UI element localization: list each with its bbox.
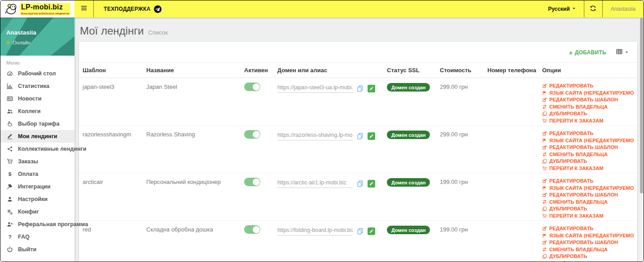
hand-icon bbox=[6, 121, 13, 127]
vertical-scrollbar[interactable] bbox=[640, 17, 644, 262]
scrollbar-thumb[interactable] bbox=[640, 17, 643, 193]
domain-input[interactable]: https://japan-steel3-ua.lp-mobi.biz bbox=[277, 84, 353, 93]
active-toggle[interactable] bbox=[244, 130, 260, 139]
option-link-language[interactable]: ЯЗЫК САЙТА (НЕРЕДАКТИРУЕМОЕ) bbox=[542, 233, 634, 239]
copy-icon[interactable] bbox=[357, 133, 364, 140]
duplicate-icon bbox=[542, 254, 547, 259]
copy-icon[interactable] bbox=[357, 85, 364, 92]
phone-cell bbox=[484, 78, 539, 126]
sidebar-item-label: Реферальная программа bbox=[18, 221, 88, 227]
option-label: ПЕРЕЙТИ К ЗАКАЗАМ bbox=[549, 166, 603, 171]
phone-cell bbox=[484, 126, 539, 173]
option-link-edit[interactable]: РЕДАКТИРОВАТЬ ШАБЛОН bbox=[542, 97, 634, 103]
sidebar-item-cart[interactable]: Заказы bbox=[0, 155, 74, 168]
option-link-cart[interactable]: ПЕРЕЙТИ К ЗАКАЗАМ bbox=[542, 261, 634, 262]
ssl-status-badge: Домен создан bbox=[387, 83, 430, 92]
option-link-cart[interactable]: ПЕРЕЙТИ К ЗАКАЗАМ bbox=[542, 118, 634, 124]
option-label: ДУБЛИРОВАТЬ bbox=[549, 159, 587, 164]
refresh-button[interactable] bbox=[584, 0, 602, 17]
sidebar-item-user[interactable]: Настройки bbox=[0, 193, 74, 205]
topbar-yellow-strip: ТЕХПОДДЕРЖКА Русский Anastasiia bbox=[74, 0, 644, 17]
domain-controls: https://folding-board.lp-mobi.biz bbox=[277, 227, 380, 236]
copy-icon[interactable] bbox=[357, 180, 364, 187]
options-list: РЕДАКТИРОВАТЬЯЗЫК САЙТА (НЕРЕДАКТИРУЕМОЕ… bbox=[542, 83, 634, 123]
option-link-edit[interactable]: РЕДАКТИРОВАТЬ ШАБЛОН bbox=[542, 192, 634, 198]
domain-input[interactable]: https://razorless-shaving.lp-mobi.biz bbox=[277, 132, 353, 140]
edit-domain-button[interactable] bbox=[368, 85, 375, 92]
sidebar-item-dollar[interactable]: $Оплата bbox=[0, 168, 74, 180]
active-cell bbox=[241, 221, 274, 262]
columns-dropdown-button[interactable] bbox=[616, 48, 629, 57]
hamburger-menu-button[interactable] bbox=[74, 0, 93, 17]
option-link-edit[interactable]: РЕДАКТИРОВАТЬ ШАБЛОН bbox=[542, 145, 634, 150]
option-link-cart[interactable]: ПЕРЕЙТИ К ЗАКАЗАМ bbox=[542, 214, 634, 219]
active-toggle[interactable] bbox=[244, 83, 260, 91]
sidebar-item-news[interactable]: Новости bbox=[0, 92, 74, 105]
edit-icon bbox=[542, 97, 547, 102]
sidebar-item-label: Коллеги bbox=[18, 108, 41, 114]
sidebar-item-gears[interactable]: Конфиг bbox=[0, 205, 74, 218]
option-link-exchange[interactable]: СМЕНИТЬ ВЛАДЕЛЬЦА bbox=[542, 105, 634, 110]
option-link-edit[interactable]: РЕДАКТИРОВАТЬ bbox=[542, 226, 634, 231]
price-cell: 199.00 грн bbox=[436, 221, 484, 262]
sidebar-item-chart[interactable]: Статистика bbox=[0, 80, 74, 92]
option-link-exchange[interactable]: СМЕНИТЬ ВЛАДЕЛЬЦА bbox=[542, 152, 634, 157]
option-link-edit[interactable]: РЕДАКТИРОВАТЬ bbox=[542, 131, 634, 136]
option-label: РЕДАКТИРОВАТЬ ШАБЛОН bbox=[549, 145, 618, 150]
option-link-edit[interactable]: РЕДАКТИРОВАТЬ ШАБЛОН bbox=[542, 240, 634, 245]
sidebar-item-user-plus[interactable]: Реферальная программа bbox=[0, 218, 74, 231]
sidebar-item-hand[interactable]: Выбор тарифа bbox=[0, 118, 74, 130]
option-link-language[interactable]: ЯЗЫК САЙТА (НЕРЕДАКТИРУЕМОЕ) bbox=[542, 138, 634, 144]
active-cell bbox=[241, 78, 274, 126]
option-link-duplicate[interactable]: ДУБЛИРОВАТЬ bbox=[542, 159, 634, 164]
pen-icon bbox=[6, 133, 13, 140]
user-menu-button[interactable]: Anastasiia bbox=[603, 0, 644, 17]
edit-domain-button[interactable] bbox=[368, 132, 375, 140]
option-link-cart[interactable]: ПЕРЕЙТИ К ЗАКАЗАМ bbox=[542, 166, 634, 171]
copy-icon[interactable] bbox=[357, 228, 364, 235]
edit-domain-button[interactable] bbox=[368, 180, 375, 188]
option-link-edit[interactable]: РЕДАКТИРОВАТЬ bbox=[542, 179, 634, 184]
option-link-edit[interactable]: РЕДАКТИРОВАТЬ bbox=[542, 83, 634, 89]
cart-icon bbox=[542, 214, 547, 218]
language-icon bbox=[542, 138, 547, 143]
option-link-language[interactable]: ЯЗЫК САЙТА (НЕРЕДАКТИРУЕМОЕ) bbox=[542, 91, 634, 96]
add-landing-button[interactable]: + ДОБАВИТЬ bbox=[569, 49, 606, 57]
app-window: LP-mobi.biz Конструктор мобильных лендин… bbox=[0, 0, 644, 262]
option-link-duplicate[interactable]: ДУБЛИРОВАТЬ bbox=[542, 111, 634, 117]
sidebar-item-pen[interactable]: Мои лендинги bbox=[0, 130, 74, 143]
table-row: japan-steel3Japan Steelhttps://japan-ste… bbox=[79, 78, 637, 126]
toggle-knob bbox=[253, 131, 260, 138]
table-row: razorlessshavingmRazorless Shavinghttps:… bbox=[79, 126, 637, 173]
option-label: ЯЗЫК САЙТА (НЕРЕДАКТИРУЕМОЕ) bbox=[549, 138, 634, 144]
topbar-username: Anastasiia bbox=[611, 6, 635, 12]
sidebar-item-power[interactable]: Выйти bbox=[0, 243, 74, 256]
language-selector[interactable]: Русский bbox=[541, 0, 584, 17]
cart-icon bbox=[542, 166, 547, 171]
domain-cell: https://folding-board.lp-mobi.biz bbox=[274, 221, 383, 262]
option-link-exchange[interactable]: СМЕНИТЬ ВЛАДЕЛЬЦА bbox=[542, 200, 634, 205]
sidebar-item-users[interactable]: Коллеги bbox=[0, 105, 74, 118]
name-cell: Складна обробна дошка bbox=[143, 221, 241, 262]
option-link-duplicate[interactable]: ДУБЛИРОВАТЬ bbox=[542, 254, 634, 259]
sidebar-item-dashboard[interactable]: Рабочий стол bbox=[0, 67, 74, 80]
column-header: Стоимость bbox=[436, 63, 484, 78]
sidebar: Anastasiia Онлайн Меню Рабочий столСтати… bbox=[0, 17, 74, 262]
sidebar-item-question[interactable]: ?FAQ bbox=[0, 231, 74, 243]
sidebar-item-plug[interactable]: Интеграции bbox=[0, 180, 74, 193]
option-link-duplicate[interactable]: ДУБЛИРОВАТЬ bbox=[542, 206, 634, 212]
phone-cell bbox=[484, 221, 539, 262]
option-link-language[interactable]: ЯЗЫК САЙТА (НЕРЕДАКТИРУЕМОЕ) bbox=[542, 186, 634, 191]
option-label: ПЕРЕЙТИ К ЗАКАЗАМ bbox=[549, 261, 603, 262]
cart-icon bbox=[542, 261, 547, 262]
option-link-exchange[interactable]: СМЕНИТЬ ВЛАДЕЛЬЦА bbox=[542, 247, 634, 253]
brand-logo[interactable]: LP-mobi.biz Конструктор мобильных лендин… bbox=[0, 0, 74, 17]
phone-cell bbox=[484, 173, 539, 221]
active-toggle[interactable] bbox=[244, 225, 260, 234]
domain-input[interactable]: https://arctic-air1.lp-mobi.biz bbox=[277, 179, 353, 188]
support-button[interactable]: ТЕХПОДДЕРЖКА bbox=[94, 0, 171, 17]
active-toggle[interactable] bbox=[244, 178, 260, 186]
domain-input[interactable]: https://folding-board.lp-mobi.biz bbox=[277, 227, 353, 236]
edit-domain-button[interactable] bbox=[368, 227, 375, 235]
sidebar-item-share[interactable]: Коллективные лендинги bbox=[0, 143, 74, 155]
